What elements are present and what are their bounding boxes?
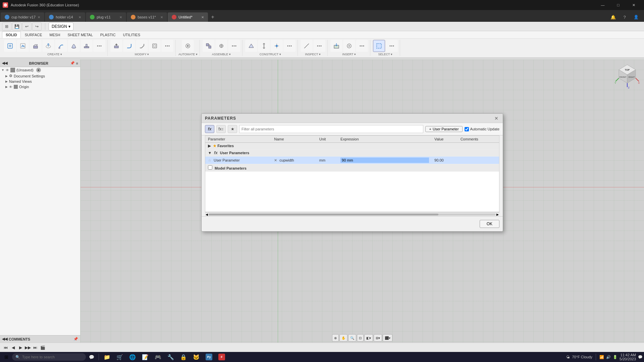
revolve-button[interactable]: [42, 40, 54, 52]
step-forward-button[interactable]: ▶▶: [25, 345, 31, 351]
go-to-end-button[interactable]: ⏭: [32, 345, 38, 351]
construct-plane-button[interactable]: [245, 40, 257, 52]
taskbar-app-notepad[interactable]: 📝: [139, 352, 151, 362]
favorites-section-row[interactable]: ▶ ★ Favorites: [205, 143, 499, 149]
fit-tool-button[interactable]: ⊡: [357, 334, 364, 342]
taskbar-search-input[interactable]: [22, 355, 83, 359]
collapse-icon[interactable]: ◀◀: [2, 337, 7, 341]
param-expression-cell[interactable]: [338, 157, 432, 164]
sweep-button[interactable]: [55, 40, 67, 52]
tab-plastic[interactable]: PLASTIC: [97, 32, 119, 38]
animation-icon[interactable]: 🎬: [40, 345, 46, 351]
scrollbar-thumb[interactable]: [209, 214, 438, 216]
select-more-button[interactable]: [386, 40, 398, 52]
rib-button[interactable]: [80, 40, 93, 52]
taskbar-app-cat[interactable]: 🐱: [190, 352, 202, 362]
new-tab-button[interactable]: +: [208, 12, 217, 22]
tab-mesh[interactable]: MESH: [46, 32, 64, 38]
sidebar-item-named-views[interactable]: ▶ Named Views: [0, 79, 80, 84]
volume-icon[interactable]: 🔊: [606, 355, 611, 359]
insert-tool2[interactable]: [343, 40, 355, 52]
windows-start-button[interactable]: ⊞: [1, 352, 11, 362]
params-star-button[interactable]: ★: [228, 125, 237, 133]
auto-update-checkbox[interactable]: [465, 127, 469, 131]
construct-axis-button[interactable]: [258, 40, 270, 52]
tab-cup-holder[interactable]: cup holder v17 ✕: [1, 12, 44, 22]
new-component-button[interactable]: [4, 40, 16, 52]
scroll-right-arrow[interactable]: ▶: [496, 213, 499, 216]
view-settings-button[interactable]: ⬛▾: [383, 334, 392, 342]
taskbar-app-game[interactable]: 🎮: [152, 352, 164, 362]
ok-button[interactable]: OK: [480, 220, 499, 228]
display-settings-button[interactable]: ◧▾: [364, 334, 373, 342]
model-params-section-row[interactable]: Model Parameters: [205, 164, 499, 172]
automate-tool1[interactable]: [182, 40, 194, 52]
tab-close-icon[interactable]: ✕: [201, 15, 204, 19]
undo-button[interactable]: ↩: [22, 22, 32, 31]
notification-icon[interactable]: 💬: [638, 355, 643, 359]
assemble-more-button[interactable]: [228, 40, 240, 52]
user-params-expand-arrow[interactable]: ▼: [208, 151, 212, 155]
battery-icon[interactable]: 🔋: [613, 355, 618, 359]
assemble-tool2[interactable]: [215, 40, 227, 52]
param-name-cell[interactable]: ✕ cupwidth: [271, 157, 317, 164]
measure-button[interactable]: [301, 40, 313, 52]
play-button[interactable]: ▶: [17, 345, 23, 351]
construct-more-button[interactable]: [283, 40, 296, 52]
add-user-param-button[interactable]: + User Parameter: [425, 126, 462, 132]
orbit-tool-button[interactable]: ⊕: [332, 334, 339, 342]
wifi-icon[interactable]: 📶: [599, 355, 604, 359]
taskbar-app-fusion[interactable]: F: [216, 352, 228, 362]
grid-settings-button[interactable]: ⊞▾: [374, 334, 382, 342]
tab-bases[interactable]: bases v11* ✕: [127, 12, 167, 22]
params-sort-button[interactable]: fx↕: [216, 125, 226, 133]
create-more-button[interactable]: [93, 40, 105, 52]
eye-icon[interactable]: 👁: [6, 68, 9, 72]
insert-more-button[interactable]: [356, 40, 368, 52]
nav-cube[interactable]: TOP FRONT RIGHT Z Y X: [614, 63, 641, 90]
fillet-button[interactable]: [123, 40, 135, 52]
scroll-left-arrow[interactable]: ◀: [206, 213, 208, 216]
inspect-more-button[interactable]: [313, 40, 325, 52]
assemble-tool1[interactable]: [203, 40, 215, 52]
insert-tool1[interactable]: [330, 40, 342, 52]
go-to-start-button[interactable]: ⏮: [3, 345, 9, 351]
datetime-display[interactable]: 11:42 AM 5/20/2023: [620, 353, 636, 361]
horizontal-scrollbar[interactable]: ◀ ▶: [205, 212, 499, 216]
create-sketch-button[interactable]: [17, 40, 29, 52]
param-expression-input[interactable]: [340, 158, 429, 163]
loft-button[interactable]: [68, 40, 80, 52]
sidebar-item-unsaved[interactable]: ▼ 👁 (Unsaved) ●: [0, 67, 80, 73]
select-button[interactable]: [373, 40, 385, 52]
account-icon[interactable]: 👤: [631, 12, 641, 22]
design-mode-button[interactable]: DESIGN ▾: [49, 22, 73, 31]
params-scroll-area[interactable]: Parameter Name Unit Expression Value Com…: [205, 135, 499, 212]
tab-solid[interactable]: SOLID: [2, 32, 21, 38]
params-search-input[interactable]: [239, 125, 423, 133]
tab-utilities[interactable]: UTILITIES: [120, 32, 144, 38]
press-pull-button[interactable]: [110, 40, 122, 52]
minimize-button[interactable]: —: [595, 0, 610, 10]
taskbar-app-python[interactable]: Py: [203, 352, 215, 362]
close-button[interactable]: ✕: [626, 0, 641, 10]
step-back-button[interactable]: ◀: [10, 345, 16, 351]
params-close-button[interactable]: ✕: [493, 115, 499, 121]
comments-pin-icon[interactable]: 📌: [73, 337, 78, 341]
help-icon[interactable]: ?: [620, 12, 629, 22]
tab-close-icon[interactable]: ✕: [119, 15, 122, 19]
tab-holder[interactable]: holder v14 ✕: [45, 12, 85, 22]
tab-untitled[interactable]: Untitled* ✕: [168, 12, 208, 22]
sidebar-item-origin[interactable]: ▶ 👁 Origin: [0, 84, 80, 89]
taskbar-app-settings[interactable]: 🔧: [165, 352, 177, 362]
model-params-checkbox[interactable]: [208, 165, 212, 170]
pan-tool-button[interactable]: ✋: [339, 334, 347, 342]
tab-surface[interactable]: SURFACE: [21, 32, 46, 38]
tab-close-icon[interactable]: ✕: [38, 15, 40, 19]
tab-close-icon[interactable]: ✕: [78, 15, 81, 19]
redo-button[interactable]: ↪: [32, 22, 42, 31]
taskbar-app-edge[interactable]: 🌐: [126, 352, 139, 362]
taskbar-app-explorer[interactable]: 📁: [101, 352, 113, 362]
delete-param-icon[interactable]: ✕: [274, 158, 277, 162]
param-comments-cell[interactable]: [458, 157, 499, 164]
favorites-expand-arrow[interactable]: ▶: [208, 144, 211, 148]
